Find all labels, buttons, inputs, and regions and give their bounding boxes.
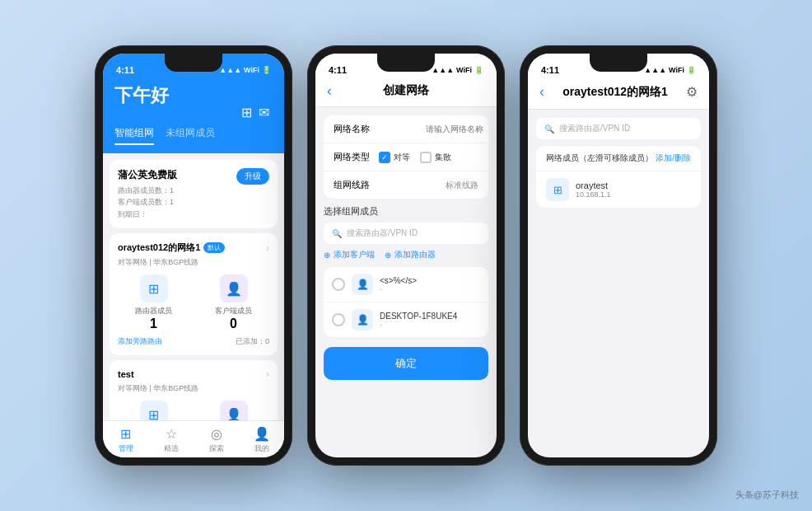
member-row-1[interactable]: ⊞ oraytest 10.168.1.1 bbox=[536, 171, 701, 208]
phone2-screen: 4:11 ▲▲▲ WiFi 🔋 ‹ 创建网络 网络名称 网络类型 bbox=[315, 54, 497, 457]
add-buttons: ⊕ 添加客户端 ⊕ 添加路由器 bbox=[324, 249, 488, 260]
time-2: 4:11 bbox=[329, 65, 347, 75]
phone2-nav: ‹ 创建网络 bbox=[327, 83, 485, 98]
phone1-screen: 4:11 ▲▲▲ WiFi 🔋 下午好 ⊞ ✉ 智能组网 未组网成员 bbox=[103, 54, 284, 457]
mail-icon[interactable]: ✉ bbox=[259, 105, 269, 120]
page-title-2: 创建网络 bbox=[383, 83, 429, 98]
member-row-avatar: ⊞ bbox=[546, 178, 569, 201]
client-stat: 👤 客户端成员 0 bbox=[198, 274, 269, 331]
grid-icon: ⊞ bbox=[120, 426, 131, 442]
name-input[interactable] bbox=[379, 124, 483, 134]
member-row-ip: 10.168.1.1 bbox=[576, 190, 691, 199]
network1-title: oraytest012的网络1 bbox=[118, 241, 200, 254]
form-route-row: 组网线路 标准线路 bbox=[324, 171, 488, 199]
phone3-screen: 4:11 ▲▲▲ WiFi 🔋 ‹ oraytest012的网络1 ⚙ 🔍 搜索… bbox=[528, 54, 709, 457]
plan-info: 路由器成员数：1 客户端成员数：1 到期日： bbox=[118, 185, 177, 220]
checkbox-scattered[interactable]: 集散 bbox=[420, 152, 451, 163]
add-router-btn[interactable]: ⊕ 添加路由器 bbox=[385, 249, 436, 260]
client-stat-2: 👤 bbox=[198, 401, 269, 420]
router-stat: ⊞ 路由器成员 1 bbox=[118, 274, 189, 331]
network2-title: test bbox=[118, 369, 134, 379]
header-icons[interactable]: ⊞ ✉ bbox=[241, 105, 269, 120]
status-icons-1: ▲▲▲ WiFi 🔋 bbox=[219, 66, 271, 74]
type-label: 网络类型 bbox=[334, 151, 379, 163]
member-info-0: <s>%</s> - bbox=[380, 276, 480, 293]
status-bar-1: 4:11 ▲▲▲ WiFi 🔋 bbox=[103, 54, 284, 78]
name-label: 网络名称 bbox=[334, 123, 379, 135]
member-check-0[interactable] bbox=[332, 278, 345, 291]
back-button-3[interactable]: ‹ bbox=[539, 83, 544, 101]
network2-subtitle: 对等网络 | 华东BGP线路 bbox=[118, 383, 269, 394]
form-name-row: 网络名称 bbox=[324, 115, 488, 143]
router-icon: ⊞ bbox=[140, 274, 168, 302]
search-icon-3: 🔍 bbox=[544, 124, 554, 134]
tab-unorganized[interactable]: 未组网成员 bbox=[166, 126, 215, 145]
router-icon-2: ⊞ bbox=[140, 401, 168, 420]
members-card: 网络成员（左滑可移除成员） 添加/删除 ⊞ oraytest 10.168.1.… bbox=[536, 146, 701, 208]
add-delete-button[interactable]: 添加/删除 bbox=[656, 152, 691, 164]
chevron-right-icon-2: › bbox=[266, 368, 269, 380]
nav-manage[interactable]: ⊞ 管理 bbox=[103, 426, 148, 454]
member-avatar-1: 👤 bbox=[352, 309, 373, 331]
upgrade-button[interactable]: 升级 bbox=[236, 168, 269, 185]
phone3-nav: ‹ oraytest012的网络1 ⚙ bbox=[539, 83, 698, 101]
search-bar-3[interactable]: 🔍 搜索路由器/VPN ID bbox=[536, 118, 701, 139]
network-card-2[interactable]: test › 对等网络 | 华东BGP线路 ⊞ 👤 bbox=[110, 360, 278, 420]
bottom-nav: ⊞ 管理 ☆ 精选 ◎ 探索 👤 我的 bbox=[103, 420, 284, 457]
expand-icon[interactable]: ⊞ bbox=[241, 105, 252, 120]
checkbox-peer[interactable]: ✓ 对等 bbox=[379, 152, 410, 163]
router-stat-2: ⊞ bbox=[118, 401, 189, 420]
phone1-header: 下午好 ⊞ ✉ bbox=[103, 78, 284, 126]
phone-1: 4:11 ▲▲▲ WiFi 🔋 下午好 ⊞ ✉ 智能组网 未组网成员 bbox=[95, 45, 292, 466]
form-section: 网络名称 网络类型 ✓ 对等 集散 bbox=[324, 115, 488, 199]
chevron-right-icon: › bbox=[266, 242, 269, 254]
plus-client-icon: ⊕ bbox=[324, 251, 330, 260]
plan-card: 蒲公英免费版 路由器成员数：1 客户端成员数：1 到期日： 升级 bbox=[110, 160, 278, 228]
phone3-header: ‹ oraytest012的网络1 ⚙ bbox=[528, 78, 709, 110]
time-3: 4:11 bbox=[541, 65, 559, 75]
tab-manage-network[interactable]: 智能组网 bbox=[114, 126, 154, 145]
phone2-content: 网络名称 网络类型 ✓ 对等 集散 bbox=[315, 107, 497, 457]
add-bypass-row: 添加旁路路由 已添加：0 bbox=[118, 336, 269, 347]
network-card-1[interactable]: oraytest012的网络1 默认 › 对等网络 | 华东BGP线路 ⊞ 路由… bbox=[110, 233, 278, 355]
member-row-info: oraytest 10.168.1.1 bbox=[576, 180, 691, 199]
nav-mine[interactable]: 👤 我的 bbox=[239, 426, 284, 454]
add-client-btn[interactable]: ⊕ 添加客户端 bbox=[324, 249, 375, 260]
member-check-1[interactable] bbox=[332, 313, 345, 326]
checkbox-peer-box[interactable]: ✓ bbox=[379, 152, 390, 163]
checkbox-group: ✓ 对等 集散 bbox=[379, 152, 451, 163]
member-avatar-0: 👤 bbox=[352, 274, 373, 295]
checkbox-scattered-box[interactable] bbox=[420, 152, 432, 163]
route-value: 标准线路 bbox=[446, 180, 478, 191]
plus-router-icon: ⊕ bbox=[385, 251, 391, 260]
phone-2: 4:11 ▲▲▲ WiFi 🔋 ‹ 创建网络 网络名称 网络类型 bbox=[307, 45, 505, 466]
route-label: 组网线路 bbox=[334, 179, 379, 191]
network1-badge: 默认 bbox=[203, 242, 225, 253]
member-info-1: DESKTOP-1F8UKE4 - bbox=[380, 312, 480, 329]
client-icon: 👤 bbox=[220, 274, 248, 302]
phone-3: 4:11 ▲▲▲ WiFi 🔋 ‹ oraytest012的网络1 ⚙ 🔍 搜索… bbox=[520, 45, 717, 466]
search-box-2[interactable]: 🔍 搜索路由器/VPN ID bbox=[324, 223, 488, 244]
members-section: 选择组网成员 🔍 搜索路由器/VPN ID ⊕ 添加客户端 ⊕ 添加路由器 bbox=[324, 205, 488, 337]
confirm-button[interactable]: 确定 bbox=[324, 347, 488, 380]
search-icon-2: 🔍 bbox=[332, 229, 342, 238]
member-item-0[interactable]: 👤 <s>%</s> - bbox=[324, 267, 488, 302]
phone2-header: ‹ 创建网络 bbox=[315, 78, 497, 107]
member-row-name: oraytest bbox=[576, 180, 691, 190]
plan-name: 蒲公英免费版 bbox=[118, 168, 177, 182]
phone3-content: 🔍 搜索路由器/VPN ID 网络成员（左滑可移除成员） 添加/删除 ⊞ ora… bbox=[528, 110, 709, 457]
watermark: 头条@苏子科技 bbox=[735, 489, 799, 501]
members-section-label: 网络成员（左滑可移除成员） bbox=[546, 152, 653, 164]
settings-icon[interactable]: ⚙ bbox=[686, 84, 698, 100]
nav-explore[interactable]: ◎ 探索 bbox=[194, 426, 239, 454]
status-bar-3: 4:11 ▲▲▲ WiFi 🔋 bbox=[528, 54, 709, 78]
form-type-row: 网络类型 ✓ 对等 集散 bbox=[324, 143, 488, 171]
member-list: 👤 <s>%</s> - 👤 DESKTOP-1F8UKE4 - bbox=[324, 267, 488, 337]
status-icons-3: ▲▲▲ WiFi 🔋 bbox=[644, 66, 696, 74]
phone1-tabs: 智能组网 未组网成员 bbox=[103, 126, 284, 153]
page-title-3: oraytest012的网络1 bbox=[562, 85, 668, 100]
back-button[interactable]: ‹ bbox=[327, 82, 332, 100]
nav-select[interactable]: ☆ 精选 bbox=[148, 426, 194, 454]
members-card-header: 网络成员（左滑可移除成员） 添加/删除 bbox=[536, 146, 701, 171]
member-item-1[interactable]: 👤 DESKTOP-1F8UKE4 - bbox=[324, 302, 488, 337]
